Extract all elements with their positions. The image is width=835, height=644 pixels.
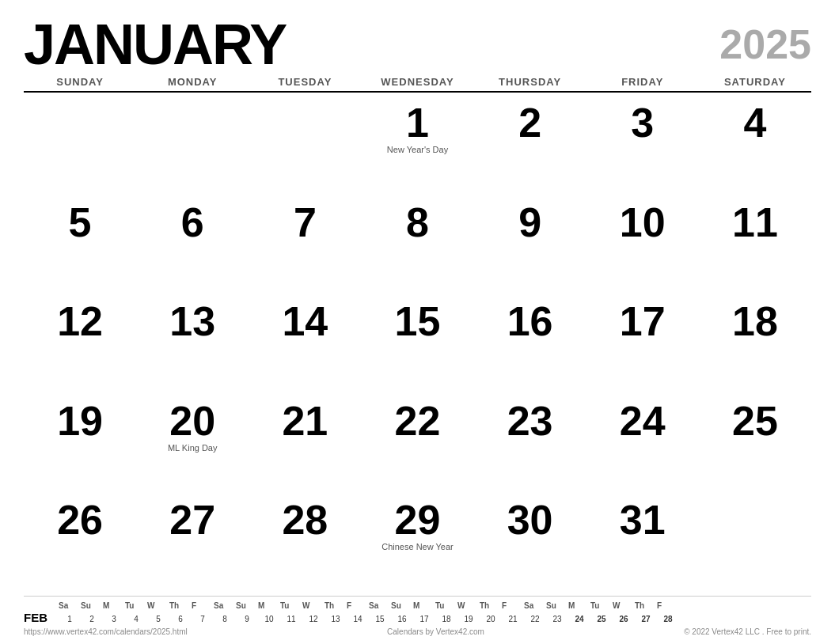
mini-day-header: Th — [480, 601, 502, 610]
mini-day: 2 — [81, 615, 103, 623]
week-row-4: 26272829Chinese New Year3031 — [24, 493, 811, 593]
day-cell: 16 — [474, 294, 586, 394]
mini-day: 13 — [325, 615, 347, 623]
mini-day-header: Su — [546, 601, 568, 610]
mini-day-header: F — [657, 601, 679, 610]
day-number: 3 — [631, 102, 654, 143]
mini-day: 8 — [214, 615, 236, 623]
holiday-label: New Year's Day — [387, 145, 448, 155]
day-number: 11 — [732, 202, 778, 243]
day-number: 30 — [507, 499, 553, 540]
day-cell: 13 — [136, 294, 249, 394]
day-number: 14 — [282, 301, 328, 342]
mini-day-header: Th — [635, 601, 657, 610]
day-cell: 7 — [249, 195, 361, 295]
day-number: 10 — [620, 202, 666, 243]
holiday-label: ML King Day — [168, 443, 218, 453]
mini-day: 6 — [169, 615, 192, 623]
mini-day: 5 — [147, 615, 169, 623]
day-cell: 25 — [699, 394, 811, 494]
mini-day-header: F — [502, 601, 524, 610]
mini-day-header: W — [302, 601, 325, 610]
day-cell: 8 — [361, 195, 473, 295]
mini-day-header: Su — [236, 601, 258, 610]
mini-day-header: M — [103, 601, 125, 610]
mini-day: 27 — [635, 615, 657, 623]
day-header-wednesday: WEDNESDAY — [361, 76, 473, 88]
day-number: 7 — [294, 202, 317, 243]
day-cell: 30 — [474, 493, 586, 593]
mini-day-header: M — [568, 601, 590, 610]
day-number: 13 — [169, 301, 215, 342]
mini-day-header: W — [457, 601, 480, 610]
mini-day: 20 — [480, 615, 502, 623]
mini-day-header: Su — [81, 601, 103, 610]
day-cell: 21 — [249, 394, 361, 494]
day-cell: 5 — [24, 195, 136, 295]
calendar-header: JANUARY 2025 — [24, 16, 811, 73]
day-cell: 15 — [361, 294, 473, 394]
day-cell — [24, 96, 136, 195]
day-cell: 6 — [136, 195, 249, 295]
day-header-sunday: SUNDAY — [24, 76, 136, 88]
mini-calendar-section: FEB SaSuMTuWThFSaSuMTuWThFSaSuMTuWThFSaS… — [24, 596, 811, 624]
mini-day-header: Tu — [435, 601, 457, 610]
mini-day: 21 — [502, 615, 524, 623]
day-headers: SUNDAYMONDAYTUESDAYWEDNESDAYTHURSDAYFRID… — [24, 76, 811, 93]
day-number: 21 — [282, 400, 328, 441]
mini-day: 28 — [657, 615, 679, 623]
mini-day-header: Tu — [590, 601, 613, 610]
day-number: 6 — [181, 202, 204, 243]
day-header-tuesday: TUESDAY — [249, 76, 361, 88]
mini-day-header: M — [413, 601, 435, 610]
mini-day-header: Sa — [214, 601, 236, 610]
day-number: 18 — [732, 301, 778, 342]
mini-day-header: F — [192, 601, 214, 610]
day-cell: 20ML King Day — [136, 394, 249, 494]
day-cell: 9 — [474, 195, 586, 295]
day-number: 1 — [406, 102, 429, 143]
day-cell: 27 — [136, 493, 249, 593]
day-cell: 11 — [699, 195, 811, 295]
mini-header-row: SaSuMTuWThFSaSuMTuWThFSaSuMTuWThFSaSuMTu… — [59, 601, 811, 613]
mini-day-header: Th — [325, 601, 347, 610]
day-number: 23 — [507, 400, 553, 441]
mini-day-header: Sa — [369, 601, 391, 610]
mini-day-header: Sa — [59, 601, 81, 610]
calendar-page: JANUARY 2025 SUNDAYMONDAYTUESDAYWEDNESDA… — [0, 0, 835, 644]
footer-brand: Calendars by Vertex42.com — [387, 627, 484, 636]
day-number: 2 — [518, 102, 541, 143]
day-number: 28 — [282, 499, 328, 540]
day-number: 8 — [406, 202, 429, 243]
week-row-1: 567891011 — [24, 195, 811, 295]
year-title: 2025 — [719, 16, 811, 65]
day-cell: 3 — [586, 96, 699, 195]
day-number: 24 — [620, 400, 666, 441]
day-cell — [699, 493, 811, 593]
mini-day: 1 — [59, 615, 81, 623]
day-number: 22 — [395, 400, 441, 441]
weeks-container: 1New Year's Day2345678910111213141516171… — [24, 96, 811, 593]
mini-day: 11 — [280, 615, 302, 623]
mini-day-header: Th — [169, 601, 192, 610]
day-header-saturday: SATURDAY — [699, 76, 811, 88]
day-number: 27 — [169, 499, 215, 540]
mini-day: 9 — [236, 615, 258, 623]
mini-day: 7 — [192, 615, 214, 623]
day-cell — [136, 96, 249, 195]
day-number: 5 — [69, 202, 92, 243]
day-number: 25 — [732, 400, 778, 441]
day-cell: 23 — [474, 394, 586, 494]
day-cell: 10 — [586, 195, 699, 295]
month-title: JANUARY — [24, 16, 286, 73]
mini-day: 12 — [302, 615, 325, 623]
day-cell: 14 — [249, 294, 361, 394]
mini-day: 26 — [613, 615, 635, 623]
day-cell: 24 — [586, 394, 699, 494]
holiday-label: Chinese New Year — [381, 542, 454, 552]
day-cell: 19 — [24, 394, 136, 494]
day-cell: 18 — [699, 294, 811, 394]
day-number: 19 — [57, 400, 103, 441]
mini-day: 18 — [435, 615, 457, 623]
footer-url: https://www.vertex42.com/calendars/2025.… — [24, 627, 188, 636]
